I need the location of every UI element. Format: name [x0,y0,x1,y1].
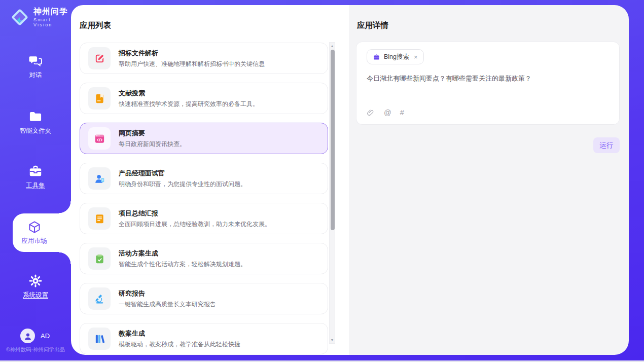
app-card-title: 网页摘要 [119,129,186,138]
edit-icon [88,47,111,69]
avatar-icon [20,329,35,343]
sidebar-item-chat[interactable]: 对话 [0,54,71,80]
sidebar-item-label: 工具集 [26,182,45,190]
user-name: AD [41,332,50,340]
prompt-input-card[interactable]: Bing搜索 × 今日湖北有哪些新闻要点？有哪些需要关注的最新政策？ @ # [356,42,620,125]
gear-icon [28,274,43,288]
app-card[interactable]: 招标文件解析 帮助用户快速、准确地理解和解析招标书中的关键信息 [80,43,328,74]
app-card-description: 模板驱动，教案秒成，教学准备从此轻松快捷 [119,340,240,349]
app-card[interactable]: 项目总结汇报 全面回顾项目进展，总结经验教训，助力未来优化发展。 [80,203,328,234]
app-card[interactable]: 产品经理面试官 明确身份和职责，为您提供专业性的面试问题。 [80,163,328,194]
app-card[interactable]: 网页摘要 每日政府新闻资讯快查。 [80,123,328,154]
app-card-title: 教案生成 [119,329,240,338]
sidebar-item-market[interactable]: 应用市场 [13,213,71,252]
run-button[interactable]: 运行 [593,137,620,153]
app-card-description: 每日政府新闻资讯快查。 [119,140,186,149]
app-card-description: 一键智能生成高质量长文本研究报告 [119,300,216,309]
app-card-title: 招标文件解析 [119,49,265,58]
app-list: 招标文件解析 帮助用户快速、准确地理解和解析招标书中的关键信息 文献搜索 快速精… [80,43,328,355]
tool-tag-label: Bing搜索 [384,53,409,61]
books-icon [88,328,111,350]
hash-icon[interactable]: # [400,108,404,117]
app-subtitle: Smart Vision [33,17,71,27]
app-card-title: 产品经理面试官 [119,169,246,178]
app-detail-panel: 应用详情 Bing搜索 × 今日湖北有哪些新闻要点？有哪些需要关注的最新政策？ … [349,5,629,355]
app-window: 神州问学 Smart Vision 对话智能文件夹工具集应用市场系统设置 AD … [0,0,644,362]
scrollbar-thumb[interactable] [331,50,335,230]
app-card-title: 研究报告 [119,289,216,298]
sidebar: 神州问学 Smart Vision 对话智能文件夹工具集应用市场系统设置 AD … [0,0,71,362]
app-card[interactable]: 文献搜索 快速精准查找学术资源，提高研究效率的必备工具。 [80,83,328,114]
tool-tag-bing-search[interactable]: Bing搜索 × [367,49,424,64]
briefcase-icon [373,53,380,61]
browser-icon [88,127,111,150]
app-card[interactable]: 活动方案生成 智能生成个性化活动方案，轻松解决规划难题。 [80,243,328,274]
app-detail-title: 应用详情 [357,20,388,31]
user-account[interactable]: AD [20,329,50,343]
sidebar-item-label: 智能文件夹 [20,127,52,135]
logo: 神州问学 Smart Vision [10,7,71,27]
toolbox-icon [28,164,43,178]
sidebar-item-folders[interactable]: 智能文件夹 [0,110,71,135]
copyright-text: ©神州数码·神州问学出品 [0,346,71,353]
app-card[interactable]: 教案生成 模板驱动，教案秒成，教学准备从此轻松快捷 [80,323,328,354]
scrollbar[interactable]: ▲ ▼ [329,42,335,344]
tool-tag-close-icon[interactable]: × [414,54,418,60]
app-card-title: 文献搜索 [119,89,259,98]
content-area: 应用列表 招标文件解析 帮助用户快速、准确地理解和解析招标书中的关键信息 文献搜… [71,5,629,355]
microscope-icon [88,287,111,310]
mention-icon[interactable]: @ [384,108,391,117]
sidebar-item-settings[interactable]: 系统设置 [0,274,71,300]
sidebar-item-label: 系统设置 [23,291,48,300]
person-icon [88,167,111,190]
app-card-description: 明确身份和职责，为您提供专业性的面试问题。 [119,180,246,189]
scroll-up-icon[interactable]: ▲ [330,43,335,49]
app-title: 神州问学 [33,7,71,16]
scroll-down-icon[interactable]: ▼ [330,337,335,343]
cube-icon [27,220,42,234]
folder-icon [28,110,43,124]
app-card-title: 项目总结汇报 [119,209,271,218]
query-text[interactable]: 今日湖北有哪些新闻要点？有哪些需要关注的最新政策？ [367,74,609,84]
book-icon [88,87,111,110]
input-toolbar: @ # [366,108,404,117]
sidebar-item-tools[interactable]: 工具集 [0,164,71,190]
sidebar-item-label: 应用市场 [22,237,47,245]
app-card-description: 全面回顾项目进展，总结经验教训，助力未来优化发展。 [119,220,271,229]
sidebar-item-label: 对话 [29,71,42,80]
app-card-description: 帮助用户快速、准确地理解和解析招标书中的关键信息 [119,60,265,68]
app-card-description: 智能生成个性化活动方案，轻松解决规划难题。 [119,260,246,269]
app-card-title: 活动方案生成 [119,249,246,258]
note-icon [88,207,111,230]
app-card[interactable]: 研究报告 一键智能生成高质量长文本研究报告 [80,283,328,314]
paperclip-icon[interactable] [366,108,375,117]
app-card-description: 快速精准查找学术资源，提高研究效率的必备工具。 [119,100,259,108]
app-list-panel: 应用列表 招标文件解析 帮助用户快速、准确地理解和解析招标书中的关键信息 文献搜… [71,5,349,355]
clipboard-icon [88,247,111,270]
chat-icon [28,54,43,68]
app-list-title: 应用列表 [80,20,111,31]
logo-diamond-icon [10,8,29,27]
